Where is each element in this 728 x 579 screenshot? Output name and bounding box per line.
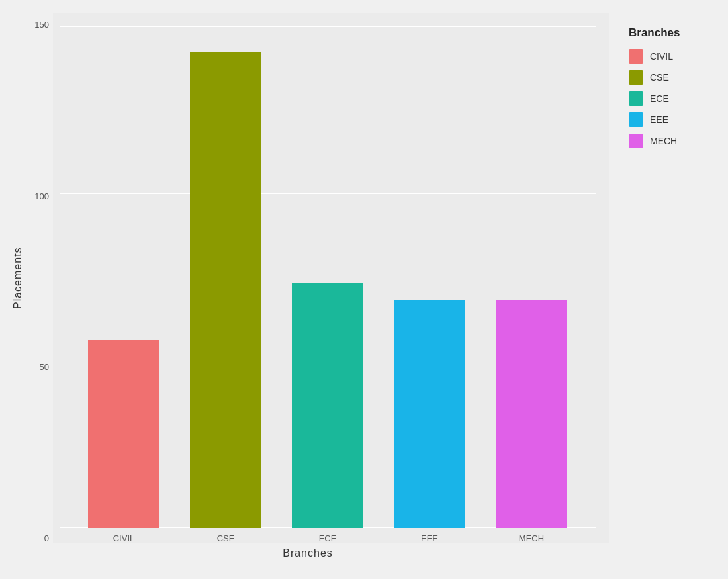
bar-group-mech [480, 26, 582, 528]
plot-area: CIVILCSEECEEEEMECH [53, 13, 609, 543]
x-label-cse: CSE [175, 533, 277, 543]
y-tick-100: 100 [29, 191, 53, 201]
legend-item-civil: CIVIL [629, 49, 677, 64]
bar-civil [88, 340, 159, 528]
legend-item-mech: MECH [629, 134, 677, 148]
x-label-eee: EEE [379, 533, 480, 543]
bar-eee [394, 300, 465, 528]
bars-row [60, 26, 596, 528]
legend-color-ece [629, 91, 643, 106]
chart-wrapper: Placements 150 100 50 0 [7, 13, 721, 566]
bar-mech [496, 300, 567, 528]
legend-label-ece: ECE [650, 93, 669, 104]
y-tick-150: 150 [29, 20, 53, 30]
y-axis-label: Placements [7, 13, 29, 543]
x-label-civil: CIVIL [73, 533, 175, 543]
bar-group-ece [277, 26, 379, 528]
chart-container: Placements 150 100 50 0 [0, 0, 728, 579]
legend-items: CIVILCSEECEEEEMECH [629, 49, 677, 155]
legend-color-cse [629, 70, 643, 85]
y-tick-0: 0 [29, 533, 53, 543]
y-tick-50: 50 [29, 362, 53, 372]
legend-label-civil: CIVIL [650, 51, 673, 62]
bar-ece [292, 283, 363, 528]
legend-item-ece: ECE [629, 91, 677, 106]
legend-color-civil [629, 49, 643, 64]
bar-group-eee [379, 26, 480, 528]
bar-group-cse [175, 26, 277, 528]
bar-group-civil [73, 26, 175, 528]
legend-title: Branches [629, 26, 680, 40]
legend-item-cse: CSE [629, 70, 677, 85]
legend-color-mech [629, 134, 643, 148]
grid-and-bars [60, 26, 596, 528]
x-label-ece: ECE [277, 533, 379, 543]
x-label-mech: MECH [480, 533, 582, 543]
legend-label-cse: CSE [650, 72, 669, 83]
chart-title-area: Placements 150 100 50 0 [7, 13, 609, 543]
legend-label-mech: MECH [650, 136, 677, 146]
chart-area: Placements 150 100 50 0 [7, 13, 609, 566]
x-axis-title: Branches [7, 543, 609, 566]
legend-label-eee: EEE [650, 114, 668, 125]
legend-item-eee: EEE [629, 112, 677, 127]
legend-color-eee [629, 112, 643, 127]
bar-cse [190, 52, 261, 528]
legend: Branches CIVILCSEECEEEEMECH [609, 13, 721, 168]
x-axis-labels: CIVILCSEECEEEEMECH [60, 528, 596, 543]
